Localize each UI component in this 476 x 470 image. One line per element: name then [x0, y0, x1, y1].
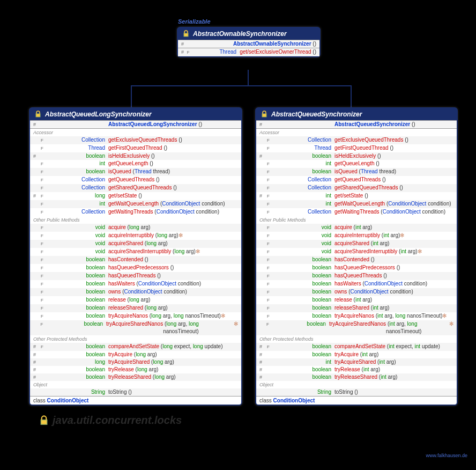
method-row: #FbooleancompareAndSetState (int expect,…: [256, 343, 457, 351]
method-row: FThreadgetFirstQueuedThread (): [256, 144, 457, 152]
method-row: FintgetQueueLength (): [30, 160, 241, 168]
class-abstract-queued-synchronizer: AbstractQueuedSynchronizer #AbstractQueu…: [255, 107, 458, 406]
method-row: FbooleanhasContended (): [256, 256, 457, 264]
method-row: FbooleantryAcquireSharedNanos (int arg, …: [256, 320, 457, 335]
method-row: FintgetWaitQueueLength (ConditionObject …: [30, 200, 241, 208]
package-title: java.util.concurrent.locks: [39, 414, 182, 427]
method-row: #booleantryRelease (long arg): [30, 366, 241, 373]
lock-icon: [182, 30, 190, 38]
method-row: FbooleanhasQueuedThreads (): [30, 272, 241, 280]
svg-rect-0: [184, 33, 188, 36]
method-row: Fbooleanowns (ConditionObject condition): [30, 288, 241, 296]
class-name: AbstractOwnableSynchronizer: [193, 30, 287, 38]
method-row: FintgetWaitQueueLength (ConditionObject …: [256, 200, 457, 208]
method-row: FCollectiongetWaitingThreads (ConditionO…: [256, 208, 457, 216]
method-row: FbooleanhasWaiters (ConditionObject cond…: [30, 280, 241, 288]
section-protected: Other Protected Methods: [256, 335, 457, 343]
method-row: #booleanisHeldExclusively (): [256, 152, 457, 160]
inner-class: class ConditionObject: [256, 396, 457, 405]
section-object: Object: [256, 381, 457, 388]
method-row: FvoidacquireInterruptibly (long arg) ✻: [30, 232, 241, 240]
diagram-root: Serializable AbstractOwnableSynchronizer…: [0, 0, 476, 470]
method-row: #booleantryReleaseShared (int arg): [256, 373, 457, 381]
lock-icon: [261, 111, 268, 118]
method-row: #longtryAcquireShared (long arg): [30, 358, 241, 366]
method-row: FCollectiongetQueuedThreads (): [256, 176, 457, 184]
constructor: AbstractQueuedSynchronizer: [334, 121, 410, 128]
method-row: StringtoString (): [30, 388, 241, 396]
section-protected: Other Protected Methods: [30, 335, 241, 343]
method-row: StringtoString (): [256, 388, 457, 396]
method-row: Fbooleanrelease (int arg): [256, 296, 457, 304]
method-row: FbooleanreleaseShared (int arg): [256, 304, 457, 312]
method-row: FintgetQueueLength (): [256, 160, 457, 168]
method-row: Fvoidacquire (int arg): [256, 224, 457, 232]
svg-rect-1: [36, 114, 40, 117]
method-row: Fbooleanowns (ConditionObject condition): [256, 288, 457, 296]
method-row: #booleantryAcquire (int arg): [256, 351, 457, 358]
method-row: FCollectiongetExclusiveQueuedThreads (): [256, 136, 457, 144]
section-accessor: Accessor: [256, 129, 457, 136]
footer-link[interactable]: www.falkhausen.de: [426, 453, 467, 458]
method-row: FbooleanhasQueuedPredecessors (): [256, 264, 457, 272]
parent-rows: #FThreadget/setExclusiveOwnerThread (): [178, 48, 319, 56]
method-row: #FbooleancompareAndSetState (long expect…: [30, 343, 241, 351]
class-abstract-ownable-synchronizer: AbstractOwnableSynchronizer #AbstractOwn…: [177, 27, 321, 57]
method-row: #booleantryRelease (int arg): [256, 366, 457, 373]
method-row: FbooleanhasWaiters (ConditionObject cond…: [256, 280, 457, 288]
class-abstract-queued-long-synchronizer: AbstractQueuedLongSynchronizer #Abstract…: [29, 107, 242, 406]
method-row: FbooleantryAcquireNanos (long arg, long …: [30, 312, 241, 320]
svg-rect-3: [41, 420, 47, 424]
method-row: #booleantryReleaseShared (long arg): [30, 373, 241, 381]
method-row: #booleanisHeldExclusively (): [30, 152, 241, 160]
lock-icon: [39, 415, 49, 426]
method-row: FCollectiongetSharedQueuedThreads (): [30, 184, 241, 192]
method-row: FbooleanhasQueuedThreads (): [256, 272, 457, 280]
method-row: #Flongget/setState (): [30, 192, 241, 200]
class-header: AbstractQueuedLongSynchronizer: [30, 108, 241, 120]
method-row: Fbooleanrelease (long arg): [30, 296, 241, 304]
svg-rect-2: [262, 114, 266, 117]
method-row: FThreadgetFirstQueuedThread (): [30, 144, 241, 152]
class-name: AbstractQueuedSynchronizer: [271, 111, 362, 118]
method-row: FvoidacquireShared (long arg): [30, 240, 241, 248]
method-row: #inttryAcquireShared (int arg): [256, 358, 457, 366]
method-row: FvoidacquireSharedInterruptibly (long ar…: [30, 248, 241, 256]
section-public: Other Public Methods: [30, 216, 241, 224]
class-header: AbstractOwnableSynchronizer: [178, 28, 319, 40]
section-accessor: Accessor: [30, 129, 241, 136]
method-row: FbooleantryAcquireNanos (int arg, long n…: [256, 312, 457, 320]
method-row: FCollectiongetWaitingThreads (ConditionO…: [30, 208, 241, 216]
method-row: FbooleanisQueued (Thread thread): [30, 168, 241, 176]
method-row: FvoidacquireInterruptibly (int arg) ✻: [256, 232, 457, 240]
section-public: Other Public Methods: [256, 216, 457, 224]
method-row: FCollectiongetSharedQueuedThreads (): [256, 184, 457, 192]
class-header: AbstractQueuedSynchronizer: [256, 108, 457, 120]
interface-label: Serializable: [178, 18, 211, 25]
constructor: AbstractQueuedLongSynchronizer: [108, 121, 197, 128]
inner-class: class ConditionObject: [30, 396, 241, 405]
method-row: FCollectiongetExclusiveQueuedThreads (): [30, 136, 241, 144]
method-row: Fvoidacquire (long arg): [30, 224, 241, 232]
class-name: AbstractQueuedLongSynchronizer: [45, 111, 152, 118]
method-row: FvoidacquireShared (int arg): [256, 240, 457, 248]
constructor: AbstractOwnableSynchronizer: [233, 40, 311, 48]
method-row: FvoidacquireSharedInterruptibly (int arg…: [256, 248, 457, 256]
method-row: FbooleantryAcquireSharedNanos (long arg,…: [30, 320, 241, 335]
method-row: FCollectiongetQueuedThreads (): [30, 176, 241, 184]
method-row: #FThreadget/setExclusiveOwnerThread (): [178, 48, 319, 56]
method-row: FbooleanreleaseShared (long arg): [30, 304, 241, 312]
method-row: FbooleanisQueued (Thread thread): [256, 168, 457, 176]
method-row: FbooleanhasContended (): [30, 256, 241, 264]
method-row: #booleantryAcquire (long arg): [30, 351, 241, 358]
method-row: FbooleanhasQueuedPredecessors (): [30, 264, 241, 272]
section-object: Object: [30, 381, 241, 388]
lock-icon: [34, 111, 42, 118]
method-row: #Fintget/setState (): [256, 192, 457, 200]
